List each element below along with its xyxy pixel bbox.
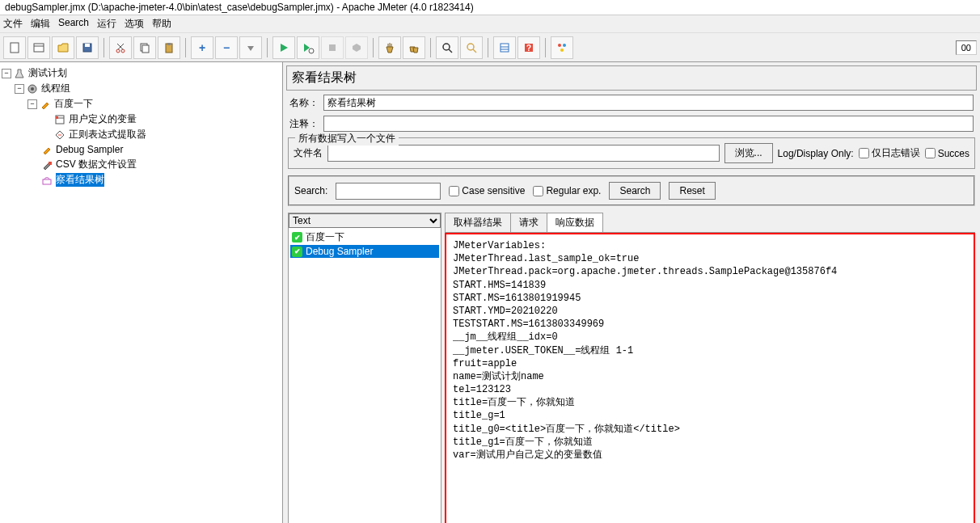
- success-only-checkbox[interactable]: Succes: [925, 148, 969, 159]
- case-sensitive-checkbox[interactable]: Case sensitive: [449, 185, 525, 196]
- result-item[interactable]: ✔ 百度一下: [290, 230, 439, 245]
- svg-rect-0: [11, 43, 19, 53]
- flask-icon: [13, 67, 26, 80]
- renderer-select[interactable]: Text: [289, 213, 441, 228]
- tree-csv-config[interactable]: CSV 数据文件设置: [0, 157, 282, 172]
- start-no-timers-button[interactable]: [297, 36, 319, 59]
- tree-view-results-tree[interactable]: 察看结果树: [0, 172, 282, 188]
- svg-line-8: [117, 44, 123, 49]
- result-item[interactable]: ✔ Debug Sampler: [290, 245, 439, 258]
- new-button[interactable]: [3, 36, 26, 59]
- menu-search[interactable]: Search: [58, 17, 89, 31]
- shutdown-button[interactable]: [345, 36, 368, 59]
- reset-button[interactable]: Reset: [669, 182, 715, 200]
- panel-header: 察看结果树: [286, 65, 977, 91]
- svg-marker-15: [353, 44, 361, 52]
- editor-panel: 察看结果树 名称： 注释： 所有数据写入一个文件 文件名 浏览... Log/D…: [283, 62, 980, 523]
- collapse-button[interactable]: −: [215, 36, 238, 59]
- browse-button[interactable]: 浏览...: [724, 143, 773, 163]
- clear-button[interactable]: [378, 36, 401, 59]
- menu-bar: 文件 编辑 Search 运行 选项 帮助: [0, 15, 980, 33]
- svg-point-6: [121, 49, 125, 53]
- dropper-icon: [39, 98, 52, 111]
- paste-button[interactable]: [158, 36, 180, 59]
- test-fragment-button[interactable]: [551, 36, 573, 59]
- filename-label: 文件名: [294, 146, 323, 160]
- success-icon: ✔: [292, 232, 302, 243]
- menu-run[interactable]: 运行: [97, 17, 116, 31]
- success-icon: ✔: [292, 247, 302, 257]
- dropper-icon: [40, 143, 53, 156]
- listener-icon: [40, 174, 53, 187]
- menu-options[interactable]: 选项: [125, 17, 144, 31]
- menu-help[interactable]: 帮助: [152, 17, 171, 31]
- svg-point-29: [563, 44, 566, 47]
- logdisplay-label: Log/Display Only:: [778, 148, 854, 159]
- svg-text:?: ?: [526, 44, 531, 53]
- start-button[interactable]: [272, 36, 295, 59]
- save-button[interactable]: [76, 36, 99, 59]
- toggle-button[interactable]: [239, 36, 262, 59]
- tree-debug-sampler[interactable]: Debug Sampler: [0, 142, 282, 157]
- tab-request[interactable]: 请求: [510, 213, 547, 232]
- tree-http-sampler[interactable]: − 百度一下: [0, 96, 282, 112]
- active-threads-counter: 00: [956, 40, 977, 55]
- menu-file[interactable]: 文件: [3, 17, 23, 31]
- svg-rect-4: [85, 44, 90, 47]
- stop-button[interactable]: [321, 36, 344, 59]
- tree-thread-group[interactable]: − 线程组: [0, 81, 282, 96]
- response-body[interactable]: JMeterVariables: JMeterThread.last_sampl…: [445, 233, 975, 523]
- test-plan-tree[interactable]: − 测试计划 − 线程组 − 百度一下 用户定义的变量: [0, 62, 283, 523]
- toolbar: + − ? 00: [0, 33, 980, 62]
- search-tree-button[interactable]: [436, 36, 458, 59]
- svg-line-7: [118, 44, 124, 49]
- function-helper-button[interactable]: [493, 36, 516, 59]
- clear-all-button[interactable]: [403, 36, 425, 59]
- filename-input[interactable]: [327, 145, 720, 162]
- collapse-icon[interactable]: −: [27, 99, 37, 109]
- svg-point-13: [309, 49, 314, 53]
- name-label: 名称：: [289, 96, 319, 110]
- search-bar: Search: Case sensitive Regular exp. Sear…: [288, 175, 975, 206]
- tab-response-data[interactable]: 响应数据: [547, 213, 603, 232]
- search-label: Search:: [294, 185, 327, 196]
- thread-group-icon: [26, 82, 39, 95]
- collapse-icon[interactable]: −: [2, 69, 11, 78]
- tab-sampler-result[interactable]: 取样器结果: [445, 213, 511, 232]
- svg-rect-14: [329, 44, 336, 51]
- svg-point-5: [116, 49, 120, 53]
- cut-button[interactable]: [109, 36, 132, 59]
- tree-user-vars[interactable]: 用户定义的变量: [0, 112, 282, 127]
- templates-button[interactable]: [27, 36, 50, 59]
- help-button[interactable]: ?: [517, 36, 540, 59]
- window-title: debugSampler.jmx (D:\apache-jmeter-4.0\b…: [0, 0, 980, 15]
- svg-rect-37: [43, 179, 51, 184]
- search-input[interactable]: [336, 183, 441, 200]
- collapse-icon[interactable]: −: [15, 84, 24, 94]
- svg-point-30: [560, 49, 564, 52]
- expand-button[interactable]: +: [191, 36, 213, 59]
- write-results-fieldset: 所有数据写入一个文件 文件名 浏览... Log/Display Only: 仅…: [288, 137, 975, 169]
- comment-input[interactable]: [323, 116, 974, 132]
- svg-point-28: [558, 44, 561, 47]
- name-input[interactable]: [323, 95, 974, 111]
- comment-label: 注释：: [289, 117, 319, 131]
- reset-search-button[interactable]: [460, 36, 483, 59]
- regex-checkbox[interactable]: Regular exp.: [533, 185, 601, 196]
- search-button[interactable]: Search: [609, 182, 661, 200]
- tree-test-plan[interactable]: − 测试计划: [0, 65, 282, 81]
- result-tabs: 取样器结果 请求 响应数据: [445, 213, 975, 233]
- open-button[interactable]: [52, 36, 74, 59]
- tree-regex-extractor[interactable]: 正则表达式提取器: [0, 127, 282, 142]
- svg-rect-23: [501, 44, 509, 52]
- svg-line-22: [473, 49, 476, 53]
- config-icon: [40, 158, 53, 171]
- results-list[interactable]: ✔ 百度一下 ✔ Debug Sampler: [289, 228, 441, 523]
- svg-rect-35: [56, 116, 58, 119]
- svg-rect-1: [34, 44, 44, 52]
- svg-point-21: [467, 44, 474, 50]
- svg-rect-36: [49, 162, 52, 165]
- menu-edit[interactable]: 编辑: [31, 17, 50, 31]
- copy-button[interactable]: [133, 36, 156, 59]
- errors-only-checkbox[interactable]: 仅日志错误: [859, 146, 920, 160]
